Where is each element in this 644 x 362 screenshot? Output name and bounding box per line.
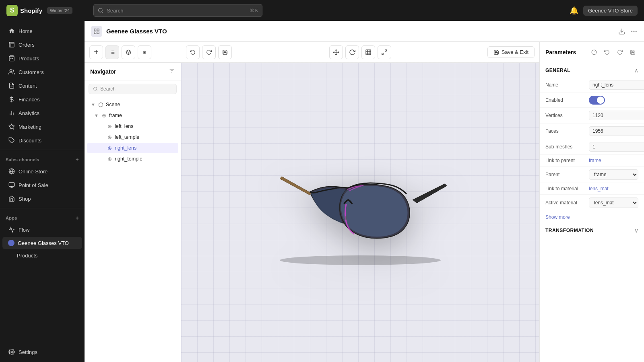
tree-label-left-lens: left_lens: [115, 123, 134, 129]
sidebar-item-products[interactable]: Products: [2, 52, 82, 65]
navigator-search[interactable]: [85, 80, 181, 97]
navigator-filter-icon[interactable]: [169, 68, 175, 75]
param-active-material-row: Active material lens_mat frame_mat: [540, 195, 644, 211]
sidebar-item-customers[interactable]: Customers: [2, 66, 82, 78]
svg-line-68: [382, 53, 384, 55]
transform-tools: [329, 45, 391, 59]
frame-view-tool[interactable]: [361, 45, 375, 59]
sidebar-label-shop: Shop: [19, 196, 31, 202]
search-icon: [98, 8, 103, 13]
more-icon[interactable]: [630, 28, 638, 35]
tree-item-right-lens[interactable]: ▶ right_lens: [87, 143, 178, 153]
tree-item-left-temple[interactable]: ▶ left_temple: [87, 132, 178, 142]
general-section-header[interactable]: GENERAL ∧: [540, 63, 644, 77]
param-active-material-select[interactable]: lens_mat frame_mat: [589, 197, 638, 208]
params-save-icon[interactable]: [627, 47, 638, 58]
transformation-section-header[interactable]: TRANSFORMATION ∨: [540, 223, 644, 237]
redo-button[interactable]: [202, 45, 216, 59]
add-button[interactable]: +: [89, 45, 103, 59]
main-layout: Home Orders Products Customers Content: [0, 21, 644, 362]
store-selector[interactable]: Geenee VTO Store: [583, 6, 638, 16]
param-link-material-label: Link to material: [545, 186, 586, 191]
svg-point-57: [109, 158, 109, 159]
param-link-material-value[interactable]: lens_mat: [589, 186, 609, 191]
discounts-icon: [8, 137, 15, 144]
tree-label-right-lens: right_lens: [115, 145, 136, 151]
sales-channels-expand[interactable]: +: [76, 156, 79, 163]
layers-button[interactable]: [122, 45, 135, 59]
sidebar-label-pos: Point of Sale: [19, 182, 48, 188]
sidebar-item-marketing[interactable]: Marketing: [2, 120, 82, 133]
sidebar-item-orders[interactable]: Orders: [2, 38, 82, 51]
save-button[interactable]: [218, 45, 232, 59]
notifications-bell[interactable]: 🔔: [570, 6, 578, 15]
tree-item-scene[interactable]: ▼ Scene: [87, 99, 178, 110]
logo-text: Shopify: [20, 7, 42, 14]
transformation-title: TRANSFORMATION: [545, 228, 594, 233]
svg-point-48: [109, 126, 109, 126]
param-link-parent-value[interactable]: frame: [589, 158, 601, 163]
move-tool[interactable]: [329, 45, 343, 59]
param-vertices-label: Vertices: [545, 113, 586, 118]
svg-point-69: [280, 255, 441, 265]
frame-expand: ▼: [94, 113, 101, 118]
tree-item-frame[interactable]: ▼ frame: [87, 110, 178, 121]
save-exit-button[interactable]: Save & Exit: [487, 46, 535, 58]
sidebar-item-online-store[interactable]: Online Store: [2, 165, 82, 178]
transformation-chevron[interactable]: ∨: [634, 227, 638, 234]
download-icon[interactable]: [618, 28, 625, 35]
right-temple-icon: [106, 156, 113, 162]
svg-rect-23: [97, 32, 99, 34]
editor-area: + Navigator: [85, 42, 644, 362]
sidebar-item-geenee[interactable]: Geenee Glasses VTO: [2, 237, 82, 249]
apps-expand[interactable]: +: [76, 215, 79, 221]
resize-tool[interactable]: [378, 45, 391, 59]
sidebar-item-products-sub[interactable]: Products: [2, 250, 82, 261]
glasses-model: [260, 156, 461, 268]
undo-redo-group: [186, 45, 232, 59]
sidebar-bottom: Settings: [0, 345, 85, 359]
viewport[interactable]: [181, 63, 539, 362]
svg-line-44: [96, 90, 97, 90]
navigator-header: Navigator: [85, 63, 181, 80]
layers-icon: [126, 49, 131, 55]
svg-rect-2: [9, 42, 14, 47]
tree-item-right-temple[interactable]: ▶ right_temple: [87, 154, 178, 164]
params-redo-icon[interactable]: [614, 47, 625, 58]
param-name-input[interactable]: [589, 80, 644, 90]
pattern-button[interactable]: [138, 45, 151, 59]
svg-marker-13: [9, 124, 14, 129]
left-lens-icon: [106, 123, 113, 130]
undo-button[interactable]: [186, 45, 200, 59]
list-view-button[interactable]: [105, 45, 119, 59]
search-input[interactable]: [107, 8, 246, 14]
sidebar: Home Orders Products Customers Content: [0, 21, 85, 362]
sidebar-item-point-of-sale[interactable]: Point of Sale: [2, 179, 82, 191]
sidebar-item-home[interactable]: Home: [2, 25, 82, 37]
topbar-right: 🔔 Geenee VTO Store: [570, 6, 638, 16]
param-enabled-toggle[interactable]: [589, 96, 605, 105]
sidebar-item-flow[interactable]: Flow: [2, 223, 82, 236]
global-search[interactable]: ⌘ K: [93, 4, 262, 17]
sidebar-item-shop[interactable]: Shop: [2, 192, 82, 205]
param-parent-select[interactable]: frame none: [589, 169, 638, 180]
tree-label-right-temple: right_temple: [115, 156, 142, 162]
sidebar-item-finances[interactable]: Finances: [2, 93, 82, 106]
params-info-icon[interactable]: [588, 47, 600, 58]
flow-icon: [8, 226, 15, 233]
sidebar-item-analytics[interactable]: Analytics: [2, 107, 82, 119]
sidebar-item-settings[interactable]: Settings: [2, 346, 82, 358]
tree-item-left-lens[interactable]: ▶ left_lens: [87, 121, 178, 132]
scene-icon: [97, 101, 104, 108]
sidebar-item-discounts[interactable]: Discounts: [2, 134, 82, 147]
svg-point-51: [109, 137, 109, 137]
navigator-search-input[interactable]: [100, 86, 172, 92]
general-chevron[interactable]: ∧: [634, 67, 638, 74]
sidebar-label-finances: Finances: [19, 97, 40, 103]
frame-mesh-icon: [101, 112, 107, 119]
params-undo-icon[interactable]: [601, 47, 613, 58]
sidebar-item-content[interactable]: Content: [2, 79, 82, 92]
rotate-tool[interactable]: [345, 45, 359, 59]
show-more-link[interactable]: Show more: [540, 211, 644, 223]
param-link-parent-row: Link to parent frame: [540, 155, 644, 167]
